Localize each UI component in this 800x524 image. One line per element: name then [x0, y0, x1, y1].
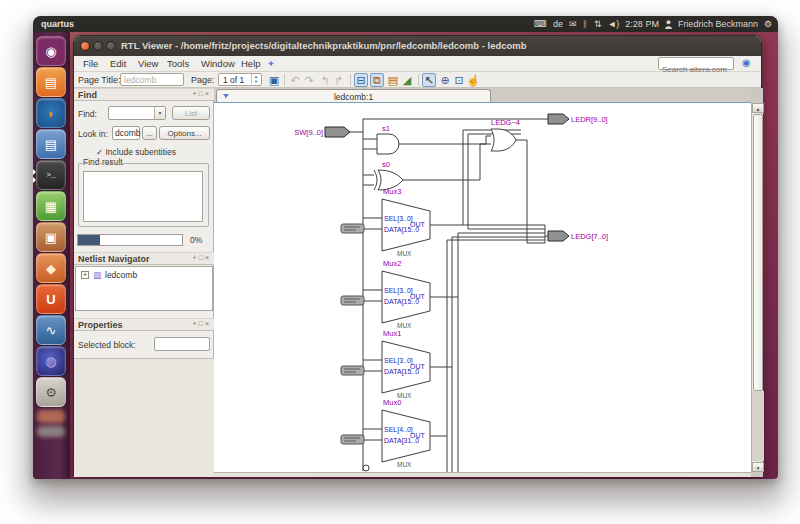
browse-button[interactable]: ... — [142, 126, 157, 140]
off-page-connector[interactable] — [363, 465, 369, 471]
selected-block-field[interactable] — [154, 337, 210, 351]
launcher-icon-settings[interactable]: ⚙ — [36, 377, 66, 407]
output-pin-ledg[interactable] — [548, 231, 569, 241]
launcher-icon-files[interactable]: ▤ — [36, 67, 66, 97]
page-title-field[interactable]: ledcomb — [120, 73, 184, 86]
toolbar: Page Title: ledcomb Page: 1 of 1 ▲▼ ▣ ↶ … — [74, 72, 761, 88]
tree-expander-icon[interactable]: + — [81, 271, 89, 279]
page-spinner[interactable]: 1 of 1 ▲▼ — [218, 73, 262, 86]
toolbar-zoom-in-button[interactable]: ⊕ — [438, 73, 452, 87]
toolbar-up-hierarchy-button[interactable]: ↰ — [318, 73, 332, 87]
message-icon[interactable]: ✉ — [569, 20, 577, 29]
tab-ledcomb[interactable]: ➤ ledcomb:1 — [216, 89, 491, 102]
find-result-list[interactable] — [83, 171, 203, 222]
menu-tools[interactable]: Tools — [167, 58, 189, 69]
titlebar[interactable]: RTL Viewer - /home/fritz/projects/digita… — [74, 36, 761, 56]
toolbar-hierarchy-button[interactable]: ⊟ — [354, 73, 368, 87]
input-pin-sw[interactable] — [325, 127, 350, 137]
mux0-block[interactable]: Mux0 SEL[4..0] DATA[31..0 OUT MUX — [382, 398, 430, 468]
find-progress-bar — [77, 234, 183, 246]
menu-edit[interactable]: Edit — [110, 58, 126, 69]
find-panel-header[interactable]: Find +□× — [74, 88, 214, 101]
maximize-button[interactable] — [106, 41, 116, 51]
close-button[interactable] — [80, 41, 90, 51]
minimize-button[interactable] — [93, 41, 103, 51]
or-gate[interactable] — [491, 129, 516, 151]
horizontal-scroll-area[interactable] — [214, 472, 751, 477]
schematic-sheet[interactable]: SW[9..0] LEDR[9..0] LEDG[7..0] s1 s0 — [214, 103, 751, 472]
launcher-icon-writer[interactable]: ▤ — [36, 129, 66, 159]
find-combo[interactable]: ▼ — [108, 106, 166, 120]
scrollbar-thumb[interactable] — [753, 114, 763, 391]
toolbar-selection-tool-button[interactable]: ↖ — [422, 73, 436, 87]
menu-help[interactable]: Help — [241, 58, 261, 69]
toolbar-zoom-fit-button[interactable]: ⊡ — [452, 73, 466, 87]
toolbar-hierarchy-list-button[interactable]: ⧉ — [370, 73, 384, 87]
toolbar-birds-eye-button[interactable]: ◢ — [400, 73, 414, 87]
toolbar-filter-button[interactable]: ▤ — [386, 73, 400, 87]
launcher-icon-faded[interactable] — [37, 410, 65, 423]
launcher-icon-ubuntu-one[interactable]: U — [36, 284, 66, 314]
clock[interactable]: 2:28 PM — [625, 19, 659, 29]
svg-text:SEL[3..0]: SEL[3..0] — [384, 215, 413, 223]
find-label: Find: — [78, 109, 97, 119]
close-panel-icon[interactable]: × — [205, 90, 211, 97]
close-panel-icon[interactable]: × — [205, 320, 211, 327]
launcher-icon-firefox[interactable]: ◗ — [36, 98, 66, 128]
keyboard-layout[interactable]: de — [553, 19, 563, 29]
netlist-panel-header[interactable]: Netlist Navigator +□× — [74, 252, 214, 265]
mux3-block[interactable]: Mux3 SEL[3..0] DATA[15..0 OUT MUX — [382, 187, 430, 257]
session-gear-icon[interactable]: ⚙ — [764, 20, 772, 29]
and-gate[interactable] — [377, 134, 399, 154]
launcher-icon-terminal[interactable]: >_ — [36, 160, 66, 190]
unity-launcher: ◉ ▤ ◗ ▤ >_ ▦ ▣ ◆ U ∿ ◍ ⚙ — [33, 32, 70, 479]
launcher-icon-calc[interactable]: ▦ — [36, 191, 66, 221]
launcher-icon-software-center[interactable]: ◆ — [36, 253, 66, 283]
scroll-up-icon[interactable]: ▲ — [752, 103, 764, 113]
vertical-scrollbar[interactable]: ▲ ▼ — [751, 103, 763, 472]
netlist-root-item[interactable]: ledcomb — [105, 270, 137, 280]
keyboard-indicator-icon[interactable]: ⌨ — [534, 20, 547, 29]
constant-box[interactable] — [341, 435, 364, 444]
globe-icon[interactable]: ◉ — [742, 58, 751, 68]
help-sprite-icon[interactable]: ✦ — [267, 58, 275, 69]
scroll-down-icon[interactable]: ▼ — [752, 462, 764, 472]
launcher-icon-wireshark[interactable]: ∿ — [36, 315, 66, 345]
page-label: Page: — [191, 75, 215, 85]
network-icon[interactable]: ⇅ — [594, 20, 602, 29]
options-button[interactable]: Options... — [159, 126, 210, 140]
close-panel-icon[interactable]: × — [205, 254, 211, 261]
user-menu[interactable]: Friedrich Beckmann — [678, 19, 758, 29]
active-app-name[interactable]: quartus — [41, 19, 74, 29]
properties-panel-header[interactable]: Properties +□× — [74, 318, 214, 331]
menu-window[interactable]: Window — [201, 58, 235, 69]
volume-icon[interactable]: ◄) — [607, 20, 619, 29]
mux2-block[interactable]: Mux2 SEL[3..0] DATA[15..0 OUT MUX — [382, 259, 430, 329]
menu-file[interactable]: File — [83, 58, 98, 69]
svg-text:Mux3: Mux3 — [383, 187, 401, 196]
constant-box[interactable] — [341, 296, 364, 305]
svg-text:OUT: OUT — [410, 293, 426, 300]
combo-dropdown-icon[interactable]: ▼ — [154, 107, 165, 119]
toolbar-fit-view-button[interactable]: ▣ — [267, 73, 281, 87]
spinner-arrows-icon[interactable]: ▲▼ — [251, 74, 260, 84]
toolbar-next-button[interactable]: ↱ — [332, 73, 346, 87]
gate-name: s0 — [382, 160, 390, 169]
constant-box[interactable] — [341, 224, 364, 233]
toolbar-forward-button[interactable]: ↷ — [302, 73, 316, 87]
list-button[interactable]: List — [172, 106, 210, 120]
launcher-icon-impress[interactable]: ▣ — [36, 222, 66, 252]
launcher-icon-dash-home[interactable]: ◉ — [36, 36, 66, 66]
toolbar-back-button[interactable]: ↶ — [288, 73, 302, 87]
constant-box[interactable] — [341, 366, 364, 375]
include-subentities-checkbox[interactable]: ✓ Include subentities — [96, 147, 176, 157]
svg-text:SEL[3..0]: SEL[3..0] — [384, 357, 413, 365]
toolbar-hand-tool-button[interactable]: ☝ — [466, 73, 480, 87]
mux1-block[interactable]: Mux1 SEL[3..0] DATA[15..0 OUT MUX — [382, 329, 430, 399]
launcher-icon-eclipse[interactable]: ◍ — [36, 346, 66, 376]
launcher-icon-trash[interactable] — [37, 426, 65, 437]
menu-view[interactable]: View — [138, 58, 158, 69]
bluetooth-icon[interactable]: ᛒ — [583, 20, 588, 29]
output-pin-ledr[interactable] — [548, 114, 569, 124]
look-in-field[interactable]: dcomb — [112, 126, 140, 140]
